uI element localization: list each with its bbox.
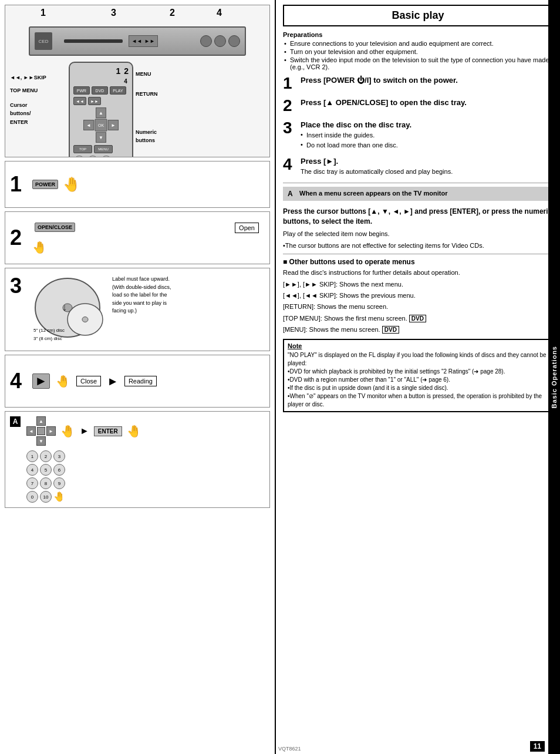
callout-3: 3 [111,8,116,18]
callout-4: 4 [217,8,222,18]
step3-sub1: Insert inside the guides. [301,132,375,139]
return-label: RETURN [136,90,183,98]
step1-num-right: 1 [283,75,296,92]
remote-menu-buttons: TOP MENU [73,145,129,153]
step2-right: 2 Press [▲ OPEN/CLOSE] to open the disc … [283,97,553,114]
note-bullet-1: •DVD for which playback is prohibited by… [288,368,548,376]
hand-icon-num: 🤚 [53,491,65,503]
hand-icon-2: 🤚 [32,240,47,254]
hand-icon-4: 🤚 [56,374,70,388]
dvd-btn[interactable]: DVD [92,86,108,95]
step2-text-right: Press [▲ OPEN/CLOSE] to open the disc tr… [301,97,553,114]
play-begins: Play of the selected item now begins. [283,230,553,238]
play-btn[interactable]: PLAY [110,86,126,95]
note-bullet-4: •When "⊘" appears on the TV monitor when… [288,392,548,409]
num-3[interactable]: 3 [100,156,112,157]
hand-icon-a2: 🤚 [127,424,141,438]
step4-num-right: 4 [283,156,296,177]
remote-skip-buttons: ◄◄ ►► [73,97,129,105]
mini-dpad-right: ► [46,426,56,436]
section-a-content: ▲ ▼ ◄ ► 🤚 ► ENTER 🤚 1 2 3 4 5 6 7 [23,416,265,503]
dpad-left[interactable]: ◄ [83,120,94,130]
num-1[interactable]: 1 [73,156,85,157]
menu-btn[interactable]: MENU [94,145,113,153]
dvd-badge-1: DVD [409,315,426,322]
power-btn[interactable]: PWR [73,86,90,95]
page-title: Basic play [283,5,553,26]
power-label-box: POWER [32,180,58,189]
important-text: Press the cursor buttons [▲, ▼, ◄, ►] an… [283,207,553,227]
page-number: 11 [530,741,545,752]
section-a-numpad: 1 2 3 4 5 6 7 8 9 0 10 🤚 [26,450,265,503]
remote-area: ◄◄, ►►SKIP TOP MENU Cursorbuttons/ENTER … [10,62,265,157]
numpad: 1 2 3 4 5 6 7 8 9 0 10 [73,156,129,157]
preparations-list: Ensure connections to your television an… [283,40,553,70]
prep-bullet-1: Ensure connections to your television an… [290,40,553,47]
preparations-label: Preparations [283,31,553,38]
dpad-down[interactable]: ▼ [96,132,106,143]
note-a-letter: A [288,190,296,198]
mini-dpad-up: ▲ [36,416,46,426]
a-num-3: 3 [53,450,65,462]
open-box: Open [235,223,259,233]
sidebar-text: Basic Operations [551,346,558,408]
note-bullet-3: •If the disc is put in upside down (and … [288,384,548,392]
note-a-text: When a menu screen appears on the TV mon… [299,190,447,197]
a-num-9: 9 [53,477,65,489]
step3-right: 3 Place the disc on the disc tray. Inser… [283,120,553,150]
hand-icon-1: 🤚 [63,176,80,193]
other-btn-4: [TOP MENU]: Shows the first menu screen.… [283,314,553,323]
device-right-buttons [200,35,240,47]
divider-2 [283,254,553,254]
enter-button: ENTER [94,426,122,436]
device-panel: CED ◄◄ ►► [29,26,246,56]
hand-icon-a: 🤚 [60,424,75,438]
left-panel: 1 3 2 4 CED ◄◄ ►► [0,0,276,754]
dpad-right[interactable]: ► [108,120,119,130]
skip-next-btn[interactable]: ►► [88,97,101,105]
divider-1 [283,183,553,183]
section-a-letter: A [10,416,21,427]
num-2[interactable]: 2 [87,156,99,157]
disc-illustration: ↓ 5" (12 cm) disc 3" (8 cm) disc [32,275,109,346]
step4-text-right: Press [►]. The disc tray is automaticall… [301,156,553,177]
prep-bullet-3: Switch the video input mode on the telev… [290,56,553,70]
step1-content: POWER 🤚 [32,166,265,203]
dpad-center[interactable]: OK [95,119,107,132]
play-icon: ► [32,373,50,389]
right-btn-1 [200,35,212,47]
numeric-label: Numericbuttons [136,128,183,145]
a-num-8: 8 [40,477,52,489]
other-btn-3: [RETURN]: Shows the menu screen. [283,302,553,311]
step3-sub2: Do not load more than one disc. [301,142,398,149]
transport-buttons: ◄◄ ►► [129,35,158,47]
step4-number: 4 [10,371,28,392]
dvd-badge-2: DVD [382,326,399,334]
disc-slot [64,39,123,43]
step2-content: OPEN/CLOSE 🤚 Open [32,217,265,259]
note-title: Note [288,342,548,349]
a-num-5: 5 [40,464,52,476]
top-menu-btn[interactable]: TOP [73,145,92,153]
dpad-up[interactable]: ▲ [96,107,106,118]
step3-content: ↓ 5" (12 cm) disc 3" (8 cm) disc Label m… [32,275,265,346]
arrow-a: ► [80,426,89,436]
cursor-label: Cursorbuttons/ENTER [10,101,69,126]
open-close-label: OPEN/CLOSE [35,223,75,232]
note-bullet-0: "NO PLAY" is displayed on the FL display… [288,351,548,368]
a-num-2: 2 [40,450,52,462]
svg-text:↓: ↓ [62,301,68,313]
device-left-section: CED [35,32,52,50]
step4-content: ► 🤚 Close ► Reading [32,373,265,389]
reading-box: Reading [124,376,157,386]
section-a: A ▲ ▼ ◄ ► 🤚 ► ENTER 🤚 1 2 [5,411,270,508]
callout-1: 1 [41,8,46,18]
other-btn-5: [MENU]: Shows the menu screen. DVD [283,325,553,334]
skip-prev-btn[interactable]: ◄◄ [73,97,86,105]
mini-dpad-center [37,427,45,435]
note-a-box: A When a menu screen appears on the TV m… [283,187,553,201]
section-a-controls: ▲ ▼ ◄ ► 🤚 ► ENTER 🤚 [26,416,265,446]
step3-section: 3 ↓ 5" (12 cm) disc 3" (8 cm) disc [5,268,270,351]
step4-section: 4 ► 🤚 Close ► Reading [5,355,270,408]
note-box: Note "NO PLAY" is displayed on the FL di… [283,339,553,412]
